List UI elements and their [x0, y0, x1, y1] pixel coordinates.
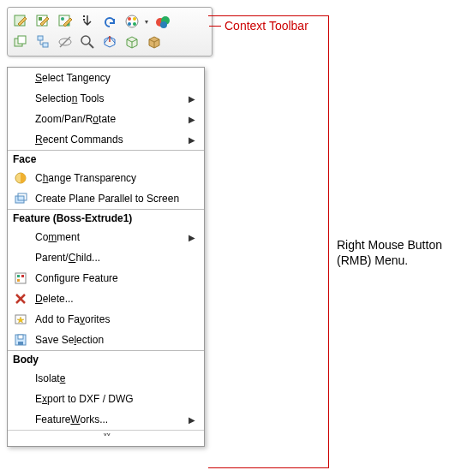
menu-label-zoom-pan-rotate: Zoom/Pan/Rotate: [30, 113, 189, 125]
menu-label-export-dxf: Export to DXF / DWG: [30, 393, 199, 405]
svg-point-4: [61, 17, 64, 21]
annotation-rmb-menu: Right Mouse Button (RMB) Menu.: [337, 238, 442, 268]
menu-item-zoom-pan-rotate[interactable]: Zoom/Pan/Rotate▶: [8, 109, 204, 129]
submenu-arrow-icon: ▶: [189, 135, 199, 145]
blank-icon: [11, 390, 30, 408]
menu-item-recent-commands[interactable]: Recent Commands▶: [8, 129, 204, 150]
delete-icon: [11, 290, 30, 307]
submenu-arrow-icon: ▶: [189, 233, 199, 242]
menu-label-configure-feature: Configure Feature: [30, 272, 199, 284]
svg-rect-19: [43, 43, 48, 47]
svg-line-23: [89, 44, 93, 48]
svg-point-12: [128, 22, 131, 26]
blank-icon: [11, 249, 30, 266]
menu-label-comment: Comment: [30, 231, 189, 243]
menu-label-isolate: Isolate: [30, 372, 199, 384]
undo-icon[interactable]: [100, 12, 119, 31]
svg-rect-30: [17, 279, 20, 282]
blank-icon: [11, 90, 30, 107]
svg-point-10: [133, 17, 136, 21]
menu-item-isolate[interactable]: Isolate: [8, 368, 204, 389]
svg-rect-29: [21, 275, 24, 277]
menu-label-parent-child: Parent/Child...: [30, 252, 199, 264]
plane-icon: [11, 190, 30, 207]
blank-icon: [11, 411, 30, 428]
blank-icon: [11, 229, 30, 246]
svg-rect-27: [15, 273, 26, 283]
sketch-properties-icon[interactable]: [56, 12, 75, 31]
menu-item-change-transparency[interactable]: Change Transparency: [8, 168, 204, 188]
favorite-icon: [11, 311, 30, 328]
context-toolbar: ▾: [7, 7, 213, 57]
menu-item-save-selection[interactable]: Save Selection: [8, 330, 204, 350]
svg-point-11: [133, 22, 136, 26]
submenu-arrow-icon: ▶: [189, 115, 199, 124]
menu-label-save-selection: Save Selection: [30, 334, 199, 346]
normal-to-icon[interactable]: [100, 33, 119, 51]
menu-item-selection-tools[interactable]: Selection Tools▶: [8, 88, 204, 109]
zoom-to-icon[interactable]: [78, 33, 97, 51]
edit-sketch-icon[interactable]: [33, 12, 52, 31]
svg-rect-36: [18, 342, 23, 345]
svg-point-9: [128, 17, 131, 21]
svg-rect-28: [17, 275, 20, 277]
box-select-icon[interactable]: [123, 33, 141, 51]
annotation-rmb-line2: (RMB) Menu.: [337, 253, 408, 267]
svg-rect-2: [39, 17, 42, 21]
rmb-context-menu: Select TangencySelection Tools▶Zoom/Pan/…: [7, 67, 205, 447]
menu-label-recent-commands: Recent Commands: [30, 134, 189, 146]
menu-item-export-dxf[interactable]: Export to DXF / DWG: [8, 389, 204, 409]
menu-label-selection-tools: Selection Tools: [30, 92, 189, 104]
menu-item-create-plane-parallel[interactable]: Create Plane Parallel to Screen: [8, 188, 204, 209]
view-cube-icon[interactable]: [145, 33, 164, 51]
blank-icon: [11, 69, 30, 86]
menu-item-featureworks[interactable]: FeatureWorks...▶: [8, 409, 204, 430]
annotation-rmb-line1: Right Mouse Button: [337, 238, 442, 252]
edit-feature-icon[interactable]: [11, 12, 30, 31]
svg-rect-17: [18, 36, 26, 44]
menu-item-comment[interactable]: Comment▶: [8, 227, 204, 247]
expand-menu-icon[interactable]: ˅˅: [8, 430, 204, 444]
annotation-bracket: [208, 15, 329, 468]
appearance-dropdown-icon[interactable]: ▾: [143, 12, 150, 31]
blank-icon: [11, 131, 30, 148]
appearance-icon[interactable]: [123, 12, 141, 31]
section-body: Body: [8, 350, 204, 368]
menu-label-delete: Delete...: [30, 293, 199, 305]
svg-point-15: [160, 21, 167, 28]
svg-point-8: [126, 15, 138, 27]
menu-item-configure-feature[interactable]: Configure Feature: [8, 268, 204, 289]
hide-icon[interactable]: [56, 33, 75, 51]
menu-label-featureworks: FeatureWorks...: [30, 414, 189, 425]
svg-rect-6: [83, 15, 85, 17]
menu-item-delete[interactable]: Delete...: [8, 289, 204, 309]
svg-rect-18: [38, 36, 43, 40]
toolbar-row-1: ▾: [11, 11, 208, 32]
menu-label-select-tangency: Select Tangency: [30, 72, 199, 84]
blank-icon: [11, 110, 30, 128]
config-icon: [11, 270, 30, 287]
menu-item-select-tangency[interactable]: Select Tangency: [8, 68, 204, 88]
section-face: Face: [8, 150, 204, 168]
move-down-icon[interactable]: [78, 12, 97, 31]
menu-label-create-plane-parallel: Create Plane Parallel to Screen: [30, 193, 199, 205]
menu-item-add-to-favorites[interactable]: Add to Favorites: [8, 309, 204, 330]
svg-rect-35: [18, 335, 23, 339]
copy-entity-icon[interactable]: [11, 33, 30, 51]
section-feature: Feature (Boss-Extrude1): [8, 209, 204, 227]
blank-icon: [11, 370, 30, 387]
menu-item-parent-child[interactable]: Parent/Child...: [8, 247, 204, 268]
submenu-arrow-icon: ▶: [189, 94, 199, 104]
parent-child-tb-icon[interactable]: [33, 33, 52, 51]
save-icon: [11, 331, 30, 348]
svg-rect-7: [83, 19, 85, 21]
menu-label-add-to-favorites: Add to Favorites: [30, 313, 199, 325]
svg-point-22: [81, 36, 90, 45]
toolbar-row-2: [11, 32, 208, 52]
menu-label-change-transparency: Change Transparency: [30, 172, 199, 184]
render-tools-icon[interactable]: [153, 12, 172, 31]
transparency-icon: [11, 170, 30, 187]
submenu-arrow-icon: ▶: [189, 415, 199, 425]
svg-rect-25: [15, 196, 24, 203]
